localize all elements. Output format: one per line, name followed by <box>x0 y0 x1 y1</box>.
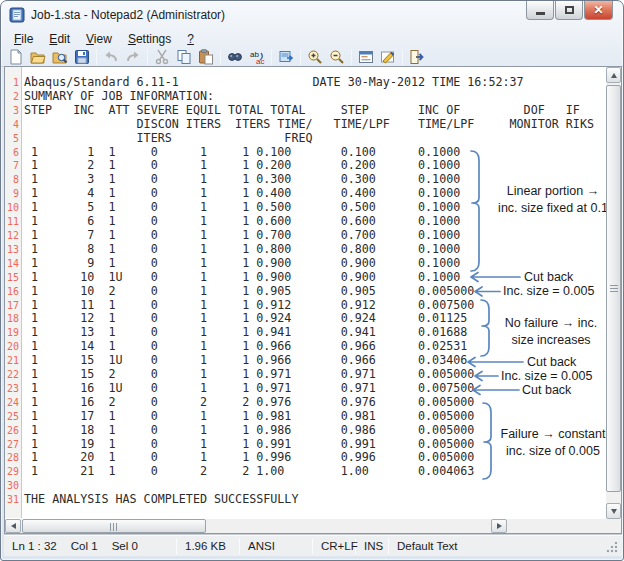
annotation-text: inc. size fixed at 0.1 <box>491 200 615 217</box>
svg-text:ac: ac <box>256 57 264 65</box>
undo-icon[interactable] <box>103 49 119 65</box>
title-bar[interactable]: Job-1.sta - Notepad2 (Administrator) ✕ <box>1 1 623 28</box>
menu-bar: FileEditViewSettings? <box>6 30 202 48</box>
menu-item-help[interactable]: ? <box>179 30 202 48</box>
close-button[interactable]: ✕ <box>584 1 613 20</box>
toolbar-separator <box>220 49 221 65</box>
vertical-scroll-thumb[interactable] <box>606 85 621 492</box>
zoom-out-icon[interactable] <box>329 49 345 65</box>
vertical-scrollbar[interactable] <box>606 67 621 519</box>
annotation-failure-constant: Failure → constant inc. size of 0.005 <box>497 426 609 459</box>
thumb-grip <box>610 285 618 293</box>
paste-icon[interactable] <box>198 49 214 65</box>
status-encoding[interactable]: ANSI <box>240 535 312 556</box>
scroll-right-button[interactable] <box>491 519 507 533</box>
exit-icon[interactable] <box>409 49 425 65</box>
scroll-down-button[interactable] <box>606 503 621 519</box>
maximize-icon <box>565 6 574 14</box>
resize-grip[interactable] <box>606 541 618 553</box>
minimize-button[interactable] <box>526 1 554 20</box>
right-arrow-icon <box>497 523 502 529</box>
annotation-cut-back-3: Cut back <box>522 383 571 397</box>
down-arrow-icon <box>611 509 617 514</box>
annotation-text: No failure → inc. <box>495 315 607 332</box>
annotation-inc-size-1: Inc. size = 0.005 <box>503 284 594 298</box>
status-line: Ln 1 : 32 <box>12 540 57 552</box>
scroll-left-button[interactable] <box>5 519 21 533</box>
app-icon <box>9 7 25 23</box>
status-bar: Ln 1 : 32 Col 1 Sel 0 1.96 KB ANSI CR+LF… <box>4 534 622 556</box>
annotation-cut-back-1: Cut back <box>524 270 573 284</box>
horizontal-scrollbar[interactable] <box>5 519 606 533</box>
annotation-linear-portion: Linear portion → inc. size fixed at 0.1 <box>491 183 615 216</box>
status-insert-mode[interactable]: INS <box>356 535 388 556</box>
annotation-cut-back-2: Cut back <box>527 355 576 369</box>
menu-item-settings[interactable]: Settings <box>120 30 179 48</box>
copy-icon[interactable] <box>176 49 192 65</box>
select-scheme-icon[interactable] <box>380 49 396 65</box>
status-column: Col 1 <box>71 540 98 552</box>
new-file-icon[interactable] <box>8 49 24 65</box>
annotation-inc-size-2: Inc. size = 0.005 <box>501 369 592 383</box>
toolbar-separator <box>402 49 403 65</box>
scroll-up-button[interactable] <box>606 67 621 83</box>
toolbar-separator <box>300 49 301 65</box>
status-scheme[interactable]: Default Text <box>389 535 466 556</box>
annotation-no-failure: No failure → inc. size increases <box>495 315 607 348</box>
annotation-text: Linear portion → <box>491 183 615 200</box>
toolbar: abac <box>5 48 428 66</box>
zoom-in-icon[interactable] <box>307 49 323 65</box>
window-title: Job-1.sta - Notepad2 (Administrator) <box>31 8 225 22</box>
find-icon[interactable] <box>227 49 243 65</box>
scrollbar-corner <box>606 519 621 533</box>
redo-icon[interactable] <box>125 49 141 65</box>
annotation-text: size increases <box>495 332 607 349</box>
toolbar-separator <box>351 49 352 65</box>
status-file-size: 1.96 KB <box>177 535 239 556</box>
menu-item-edit[interactable]: Edit <box>41 30 78 48</box>
toolbar-separator <box>147 49 148 65</box>
status-selection: Sel 0 <box>112 540 138 552</box>
status-line-ending[interactable]: CR+LF <box>313 535 355 556</box>
thumb-grip <box>110 523 118 531</box>
replace-icon[interactable]: abac <box>249 49 265 65</box>
horizontal-scroll-thumb[interactable] <box>22 519 206 533</box>
menu-item-file[interactable]: File <box>6 30 41 48</box>
save-file-icon[interactable] <box>74 49 90 65</box>
status-position: Ln 1 : 32 Col 1 Sel 0 <box>4 535 176 556</box>
close-icon: ✕ <box>593 4 603 16</box>
toolbar-separator <box>96 49 97 65</box>
left-arrow-icon <box>11 523 16 529</box>
customize-schemes-icon[interactable] <box>358 49 374 65</box>
maximize-button[interactable] <box>555 1 583 20</box>
cut-icon[interactable] <box>154 49 170 65</box>
open-file-icon[interactable] <box>30 49 46 65</box>
transparent-mode-icon[interactable] <box>278 49 294 65</box>
menu-item-view[interactable]: View <box>78 30 120 48</box>
minimize-icon <box>536 12 545 15</box>
toolbar-separator <box>271 49 272 65</box>
line-numbers: 1 2 3 4 5 6 7 8 9 10 11 12 13 14 15 16 1… <box>4 76 19 507</box>
notepad2-window: Job-1.sta - Notepad2 (Administrator) ✕ F… <box>0 0 624 561</box>
browse-files-icon[interactable] <box>52 49 68 65</box>
up-arrow-icon <box>611 73 617 78</box>
annotation-text: Failure → constant <box>497 426 609 443</box>
annotation-text: inc. size of 0.005 <box>497 443 609 460</box>
